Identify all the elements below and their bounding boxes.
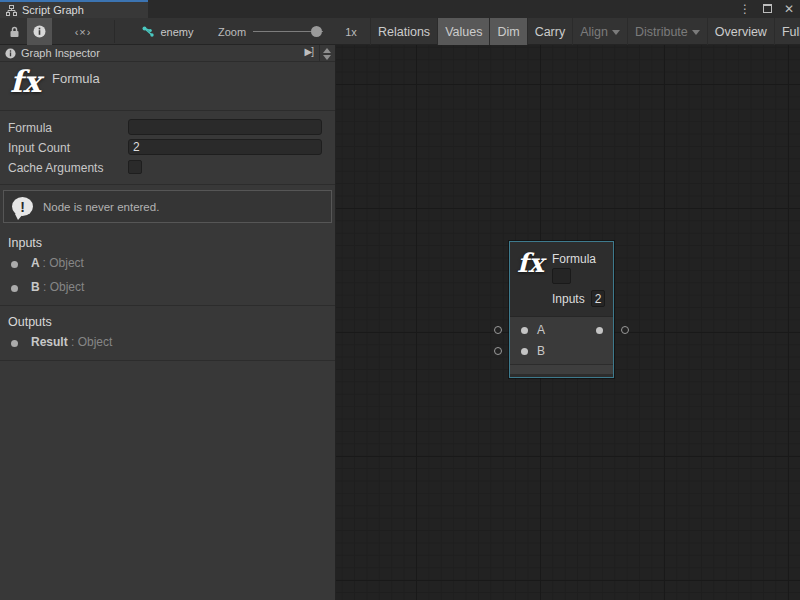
relations-button[interactable]: Relations <box>370 18 437 45</box>
zoom-value: 1x <box>340 18 362 45</box>
code-view-button[interactable]: ‹×› <box>56 18 110 45</box>
window-close-icon[interactable]: ✕ <box>784 0 794 18</box>
panel-spinner[interactable] <box>319 45 333 62</box>
input-port-a[interactable] <box>521 327 528 334</box>
zoom-slider-handle[interactable] <box>311 26 322 37</box>
overview-label: Overview <box>715 25 767 39</box>
window-maximize-icon[interactable] <box>763 0 772 18</box>
script-graph-icon <box>6 5 17 16</box>
toolbar-separator <box>114 20 115 43</box>
warning-text: Node is never entered. <box>43 201 159 213</box>
toolbar: ‹×› enemy Zoom 1x Relations Values Dim C… <box>0 18 800 45</box>
full-screen-label: Full Screen <box>782 25 800 39</box>
spinner-down-icon[interactable] <box>323 55 331 60</box>
input-count-label: Input Count <box>8 141 70 155</box>
distribute-label: Distribute <box>635 25 688 39</box>
inspector-title: Graph Inspector <box>21 47 100 59</box>
warning-box: ! Node is never entered. <box>3 190 332 223</box>
formula-node[interactable]: fx Formula Inputs 2 A B <box>509 241 614 378</box>
inputs-section-title: Inputs <box>0 227 335 252</box>
cache-arguments-checkbox[interactable] <box>128 160 142 174</box>
lock-icon <box>9 26 20 38</box>
external-socket-a[interactable] <box>494 326 502 334</box>
port-b-name: B <box>31 280 40 294</box>
graph-canvas[interactable]: fx Formula Inputs 2 A B <box>336 45 800 600</box>
node-port-b-label: B <box>537 344 545 358</box>
dock-panel-icon[interactable]: ▶] <box>305 46 313 57</box>
relations-label: Relations <box>378 25 430 39</box>
external-socket-result[interactable] <box>621 326 629 334</box>
inspector-titlebar: Graph Inspector ▶] <box>0 45 335 62</box>
graph-connection-icon <box>142 26 155 38</box>
node-header-section: fx Formula <box>0 62 335 111</box>
inspector-toggle-button[interactable] <box>27 18 52 45</box>
graph-name-label: enemy <box>160 26 193 38</box>
chevron-down-icon <box>692 30 700 35</box>
input-port-b[interactable] <box>521 348 528 355</box>
port-bullet-icon <box>11 340 18 347</box>
port-bullet-icon <box>11 285 18 292</box>
output-port-result[interactable] <box>596 327 603 334</box>
node-fields-section: Formula Input Count Cache Arguments <box>0 111 335 185</box>
info-icon <box>33 25 46 38</box>
node-port-row-b: B <box>510 341 613 362</box>
carry-label: Carry <box>535 25 566 39</box>
tab-script-graph[interactable]: Script Graph <box>0 0 148 18</box>
node-formula-input[interactable] <box>552 268 571 284</box>
full-screen-button[interactable]: Full Screen <box>774 18 800 45</box>
input-port-row-b: B : Object <box>0 276 335 300</box>
title-bar: Script Graph ⋮ ✕ <box>0 0 800 18</box>
port-a-name: A <box>31 256 39 270</box>
port-a-type: : Object <box>43 256 84 270</box>
zoom-slider[interactable] <box>253 18 323 45</box>
inspector-node-title: Formula <box>52 71 100 86</box>
graph-inspector-panel: Graph Inspector ▶] fx Formula Formula In… <box>0 45 336 600</box>
formula-node-footer <box>510 364 613 374</box>
code-icon: ‹×› <box>75 26 92 38</box>
input-count-field-row: Input Count <box>0 138 335 158</box>
formula-node-body: A B <box>510 317 613 364</box>
values-label: Values <box>445 25 482 39</box>
distribute-dropdown[interactable]: Distribute <box>627 18 707 45</box>
input-count-input[interactable] <box>128 139 322 155</box>
chevron-down-icon <box>612 30 620 35</box>
node-port-a-label: A <box>537 323 545 337</box>
dim-button[interactable]: Dim <box>489 18 526 45</box>
overview-button[interactable]: Overview <box>707 18 774 45</box>
lock-button[interactable] <box>2 18 26 45</box>
window-menu-icon[interactable]: ⋮ <box>739 0 751 18</box>
formula-input[interactable] <box>128 119 322 135</box>
formula-fx-icon: fx <box>517 248 544 278</box>
graph-reference[interactable]: enemy <box>136 18 200 45</box>
spinner-up-icon[interactable] <box>323 48 331 53</box>
formula-field-row: Formula <box>0 118 335 138</box>
formula-node-header[interactable]: fx Formula Inputs 2 <box>510 242 613 317</box>
port-b-type: : Object <box>43 280 84 294</box>
section-divider <box>0 360 335 361</box>
warning-icon: ! <box>12 197 33 216</box>
window-controls: ⋮ ✕ <box>739 0 794 18</box>
external-socket-b[interactable] <box>494 347 502 355</box>
cache-arguments-label: Cache Arguments <box>8 161 103 175</box>
align-label: Align <box>580 25 608 39</box>
align-dropdown[interactable]: Align <box>572 18 627 45</box>
info-icon <box>5 48 16 59</box>
node-port-row-a: A <box>510 320 613 341</box>
formula-fx-icon: fx <box>10 64 41 99</box>
node-inputs-count-input[interactable]: 2 <box>591 290 605 307</box>
cache-arguments-field-row: Cache Arguments <box>0 158 335 178</box>
node-inputs-label: Inputs <box>552 292 585 306</box>
port-result-name: Result <box>31 335 68 349</box>
values-button[interactable]: Values <box>437 18 489 45</box>
tab-label: Script Graph <box>22 4 84 16</box>
outputs-section-title: Outputs <box>0 306 335 331</box>
dim-label: Dim <box>497 25 519 39</box>
formula-node-title: Formula <box>552 252 596 266</box>
input-port-row-a: A : Object <box>0 252 335 276</box>
carry-button[interactable]: Carry <box>527 18 573 45</box>
output-port-row-result: Result : Object <box>0 331 335 355</box>
port-result-type: : Object <box>71 335 112 349</box>
port-bullet-icon <box>11 261 18 268</box>
zoom-label: Zoom <box>214 18 250 45</box>
formula-field-label: Formula <box>8 121 52 135</box>
